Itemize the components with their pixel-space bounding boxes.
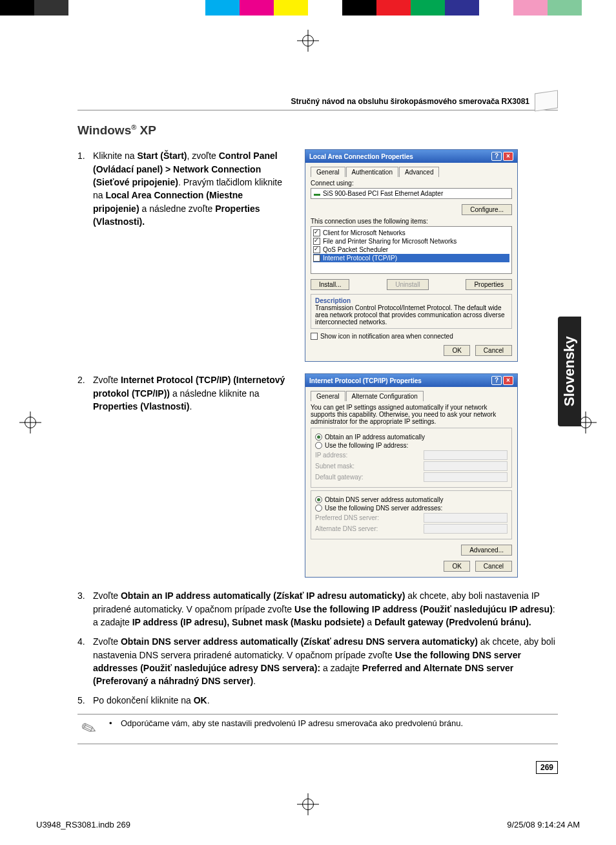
tab-general[interactable]: General <box>311 167 345 177</box>
local-area-connection-dialog: Local Area Connection Properties ? × Gen… <box>305 149 518 362</box>
install-button[interactable]: Install... <box>311 279 349 290</box>
radio-label: Obtain an IP address automatically <box>325 433 508 441</box>
section-title-post: XP <box>136 123 156 137</box>
section-title: Windows® XP <box>77 123 558 138</box>
list-item: File and Printer Sharing for Microsoft N… <box>323 238 457 245</box>
radio-use-ip[interactable] <box>315 442 322 449</box>
advanced-button[interactable]: Advanced... <box>461 545 512 556</box>
pencil-icon: ✎ <box>74 715 103 743</box>
help-icon[interactable]: ? <box>491 376 502 385</box>
language-side-tab: Slovensky <box>558 317 581 426</box>
radio-auto-dns[interactable] <box>315 496 322 503</box>
properties-button[interactable]: Properties <box>466 279 512 290</box>
description-box: Description Transmission Control Protoco… <box>311 294 512 329</box>
checkbox-icon[interactable] <box>313 238 320 245</box>
description-text: Transmission Control Protocol/Internet P… <box>315 304 508 326</box>
dialog-title: Internet Protocol (TCP/IP) Properties <box>309 377 422 384</box>
gateway-label: Default gateway: <box>315 474 364 481</box>
step-number: 2. <box>77 373 93 413</box>
preferred-dns-label: Preferred DNS server: <box>315 514 379 521</box>
ip-address-label: IP address: <box>315 452 347 459</box>
adapter-name: SiS 900-Based PCI Fast Ethernet Adapter <box>323 190 443 197</box>
registration-mark-icon <box>297 793 319 815</box>
ok-button[interactable]: OK <box>444 345 469 356</box>
page-number: 269 <box>536 761 558 774</box>
uninstall-button: Uninstall <box>387 279 428 290</box>
tcpip-properties-dialog: Internet Protocol (TCP/IP) Properties ? … <box>305 373 518 578</box>
manual-icon <box>535 90 558 111</box>
step-number: 3. <box>77 589 93 629</box>
step-1-text: Kliknite na Start (Štart), zvoľte Contro… <box>93 149 291 228</box>
checkbox-icon[interactable] <box>313 255 320 262</box>
items-label: This connection uses the following items… <box>311 218 512 225</box>
note-block: ✎ • Odporúčame vám, aby ste nastavili pr… <box>77 714 558 744</box>
registration-mark-icon <box>19 412 41 433</box>
dialog-title: Local Area Connection Properties <box>309 153 413 160</box>
alternate-dns-label: Alternate DNS server: <box>315 525 378 532</box>
list-item: Client for Microsoft Networks <box>323 229 406 236</box>
radio-label: Obtain DNS server address automatically <box>325 496 508 503</box>
tab-authentication[interactable]: Authentication <box>346 167 398 177</box>
radio-label: Use the following IP address: <box>325 442 508 449</box>
checkbox-icon[interactable] <box>313 229 320 236</box>
note-text: Odporúčame vám, aby ste nastavili predvo… <box>121 718 463 728</box>
color-calibration-bar <box>0 0 616 16</box>
preferred-dns-input <box>424 513 508 523</box>
configure-button[interactable]: Configure... <box>462 204 512 215</box>
description-heading: Description <box>315 297 508 304</box>
close-icon[interactable]: × <box>503 376 513 385</box>
ip-address-input <box>424 450 508 460</box>
help-icon[interactable]: ? <box>491 152 502 161</box>
running-head: Stručný návod na obsluhu širokopásmového… <box>77 97 558 110</box>
subnet-label: Subnet mask: <box>315 463 354 470</box>
cancel-button[interactable]: Cancel <box>475 345 512 356</box>
radio-label: Use the following DNS server addresses: <box>325 505 508 512</box>
step-number: 5. <box>77 694 93 707</box>
show-icon-label: Show icon in notification area when conn… <box>320 333 512 340</box>
gateway-input <box>424 472 508 482</box>
running-head-text: Stručný návod na obsluhu širokopásmového… <box>291 97 529 106</box>
alternate-dns-input <box>424 524 508 534</box>
list-item: QoS Packet Scheduler <box>323 246 388 253</box>
list-item: Internet Protocol (TCP/IP) <box>323 255 397 262</box>
bullet-icon: • <box>109 718 121 728</box>
connect-using-label: Connect using: <box>311 180 512 187</box>
ok-button[interactable]: OK <box>444 561 469 572</box>
close-icon[interactable]: × <box>503 152 513 161</box>
step-2-text: Zvoľte Internet Protocol (TCP/IP) (Inter… <box>93 373 291 413</box>
tab-alternate[interactable]: Alternate Configuration <box>346 391 424 401</box>
step-number: 4. <box>77 635 93 687</box>
section-title-pre: Windows <box>77 123 131 137</box>
cancel-button[interactable]: Cancel <box>475 561 512 572</box>
tab-advanced[interactable]: Advanced <box>399 167 439 177</box>
step-number: 1. <box>77 149 93 228</box>
registration-mark-icon <box>297 30 319 52</box>
connection-items-list[interactable]: Client for Microsoft Networks File and P… <box>311 226 512 274</box>
radio-auto-ip[interactable] <box>315 433 322 441</box>
subnet-input <box>424 461 508 471</box>
footer-timestamp: 9/25/08 9:14:24 AM <box>507 820 580 829</box>
footer-file-info: U3948_RS3081.indb 269 <box>36 820 130 829</box>
adapter-field: ▬ SiS 900-Based PCI Fast Ethernet Adapte… <box>311 188 512 199</box>
show-icon-checkbox[interactable] <box>311 333 318 340</box>
checkbox-icon[interactable] <box>313 246 320 253</box>
step-5-text: Po dokončení kliknite na OK. <box>93 694 558 707</box>
step-3-text: Zvoľte Obtain an IP address automaticall… <box>93 589 558 629</box>
tcpip-blurb: You can get IP settings assigned automat… <box>311 404 512 425</box>
radio-use-dns[interactable] <box>315 505 322 512</box>
step-4-text: Zvoľte Obtain DNS server address automat… <box>93 635 558 687</box>
tab-general[interactable]: General <box>311 391 345 401</box>
